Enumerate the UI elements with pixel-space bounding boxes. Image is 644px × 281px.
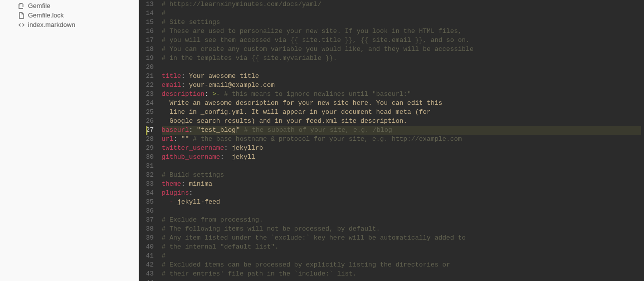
code-line[interactable]: # xyxy=(162,252,641,261)
code-line[interactable]: - jekyll-feed xyxy=(162,198,641,207)
code-token: "" xyxy=(177,135,189,143)
code-line[interactable] xyxy=(162,63,641,72)
code-line[interactable]: github_username: jekyll xyxy=(162,153,641,162)
code-token: Write an awesome description for your ne… xyxy=(162,99,443,107)
code-token: # in the templates via {{ site.myvariabl… xyxy=(162,54,337,62)
code-line[interactable]: plugins: xyxy=(162,189,641,198)
code-token: email xyxy=(162,81,181,89)
code-line[interactable]: # their entries' file path in the `inclu… xyxy=(162,270,641,279)
code-line[interactable]: line in _config.yml. It will appear in y… xyxy=(162,108,641,117)
file-tree-item-label: Gemfile xyxy=(28,2,50,9)
code-line[interactable] xyxy=(162,162,641,171)
line-number: 15 xyxy=(146,18,154,27)
code-token: Google search results) and in your feed.… xyxy=(162,117,407,125)
code-token: baseurl xyxy=(162,126,189,134)
code-line[interactable]: title: Your awesome title xyxy=(162,72,641,81)
code-token: # this means to ignore newlines until "b… xyxy=(220,90,411,98)
line-number: 38 xyxy=(146,225,154,234)
code-token: # https://learnxinyminutes.com/docs/yaml… xyxy=(162,0,322,8)
line-number-gutter: 1314151617181920212223242526272829303132… xyxy=(139,0,159,281)
code-line[interactable]: # xyxy=(162,9,641,18)
code-token: : xyxy=(189,126,193,134)
line-number: 40 xyxy=(146,243,154,252)
code-token: # xyxy=(162,252,166,260)
code-line[interactable]: # in the templates via {{ site.myvariabl… xyxy=(162,54,641,63)
code-token: # their entries' file path in the `inclu… xyxy=(162,270,357,278)
file-tree-item-label: Gemfile.lock xyxy=(28,11,64,19)
line-number: 17 xyxy=(146,36,154,45)
code-area[interactable]: # https://learnxinyminutes.com/docs/yaml… xyxy=(159,0,644,281)
code-token: Your awesome title xyxy=(185,72,259,80)
code-line[interactable]: url: "" # the base hostname & protocol f… xyxy=(162,135,641,144)
code-editor[interactable]: 1314151617181920212223242526272829303132… xyxy=(139,0,644,281)
code-token: twitter_username xyxy=(162,144,224,152)
code-token: theme xyxy=(162,180,181,188)
code-line[interactable]: email: your-email@example.com xyxy=(162,81,641,90)
code-token: "test_blog xyxy=(193,126,236,134)
code-line[interactable]: # These are used to personalize your new… xyxy=(162,27,641,36)
code-line[interactable]: description: >- # this means to ignore n… xyxy=(162,90,641,99)
code-line[interactable]: # https://learnxinyminutes.com/docs/yaml… xyxy=(162,0,641,9)
line-number: 36 xyxy=(146,207,154,216)
code-token: # These are used to personalize your new… xyxy=(162,27,462,35)
code-token xyxy=(162,198,170,206)
line-number: 30 xyxy=(146,153,154,162)
code-token: - xyxy=(169,198,173,206)
code-icon xyxy=(18,21,25,28)
line-number: 23 xyxy=(146,90,154,99)
line-number: 20 xyxy=(146,63,154,72)
line-number: 21 xyxy=(146,72,154,81)
code-token: # xyxy=(162,9,166,17)
code-line[interactable]: # Exclude from processing. xyxy=(162,216,641,225)
file-icon xyxy=(18,12,25,19)
code-token: # Site settings xyxy=(162,18,220,26)
line-number: 42 xyxy=(146,261,154,270)
code-token: : xyxy=(173,135,177,143)
code-token: # Excluded items can be processed by exp… xyxy=(162,261,450,269)
line-number: 32 xyxy=(146,171,154,180)
code-line[interactable]: # Site settings xyxy=(162,18,641,27)
code-line[interactable]: twitter_username: jekyllrb xyxy=(162,144,641,153)
file-tree-item[interactable]: /*Gemfile xyxy=(0,1,138,10)
line-number: 34 xyxy=(146,189,154,198)
code-line[interactable]: # Excluded items can be processed by exp… xyxy=(162,261,641,270)
code-line[interactable]: Write an awesome description for your ne… xyxy=(162,99,641,108)
code-line[interactable]: Google search results) and in your feed.… xyxy=(162,117,641,126)
line-number: 33 xyxy=(146,180,154,189)
line-number: 35 xyxy=(146,198,154,207)
ext-icon: /* xyxy=(18,2,25,9)
svg-text:/*: /* xyxy=(19,3,21,6)
line-number: 44 xyxy=(146,279,154,281)
code-token: # Any item listed under the `exclude:` k… xyxy=(162,234,466,242)
line-number: 41 xyxy=(146,252,154,261)
line-number: 22 xyxy=(146,81,154,90)
code-token: your-email@example.com xyxy=(185,81,274,89)
code-token: # Exclude from processing. xyxy=(162,216,263,224)
line-number: 29 xyxy=(146,144,154,153)
code-line[interactable]: # Any item listed under the `exclude:` k… xyxy=(162,234,641,243)
file-tree-item[interactable]: index.markdown xyxy=(0,20,138,29)
file-tree-item[interactable]: Gemfile.lock xyxy=(0,10,138,20)
code-line[interactable]: # The following items will not be proces… xyxy=(162,225,641,234)
code-line[interactable]: baseurl: "test_blog" # the subpath of yo… xyxy=(162,126,641,135)
code-line[interactable]: # You can create any custom variable you… xyxy=(162,45,641,54)
line-number: 18 xyxy=(146,45,154,54)
line-number: 16 xyxy=(146,27,154,36)
code-line[interactable]: # Build settings xyxy=(162,171,641,180)
code-token: >- xyxy=(208,90,220,98)
code-token: url xyxy=(162,135,173,143)
line-number: 43 xyxy=(146,270,154,279)
line-number: 28 xyxy=(146,135,154,144)
file-tree-item-label: index.markdown xyxy=(28,21,75,28)
code-token: github_username xyxy=(162,153,220,161)
line-number: 27 xyxy=(146,126,154,135)
code-line[interactable] xyxy=(162,207,641,216)
code-token: plugins xyxy=(162,189,189,197)
line-number: 31 xyxy=(146,162,154,171)
file-explorer-sidebar[interactable]: /*GemfileGemfile.lockindex.markdown xyxy=(0,0,139,281)
code-line[interactable]: # the internal "default list". xyxy=(162,243,641,252)
code-line[interactable]: theme: minima xyxy=(162,180,641,189)
code-line[interactable] xyxy=(162,279,641,281)
code-token: # The following items will not be proces… xyxy=(162,225,380,233)
code-line[interactable]: # you will see them accessed via {{ site… xyxy=(162,36,641,45)
